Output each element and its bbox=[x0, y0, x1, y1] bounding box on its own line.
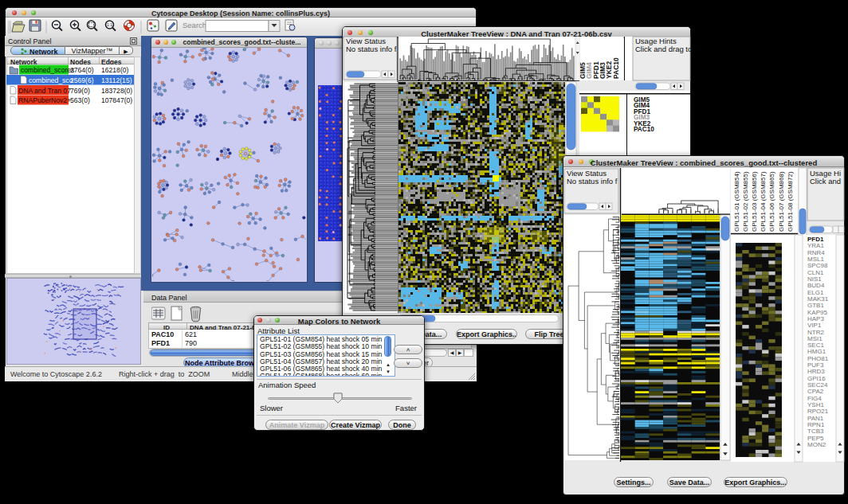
svg-text:Click and: Click and bbox=[810, 177, 841, 186]
svg-text:GPL51-04 (GSM857): GPL51-04 (GSM857) bbox=[760, 171, 767, 232]
svg-text:GPL51-08 (GSM872): GPL51-08 (GSM872) bbox=[787, 171, 794, 232]
svg-text:GPL51-07 (GSM868): GPL51-07 (GSM868) bbox=[778, 171, 785, 232]
svg-text:No status info f: No status info f bbox=[567, 177, 618, 186]
svg-text:GPL51-03 (GSM856): GPL51-03 (GSM856) bbox=[751, 171, 758, 232]
svg-text:MON2: MON2 bbox=[807, 441, 826, 448]
svg-text:GPL51-01 (GSM854): GPL51-01 (GSM854) bbox=[733, 171, 740, 232]
svg-text:GPL51-02 (GSM855): GPL51-02 (GSM855) bbox=[742, 171, 749, 232]
svg-text:GPL51-06 (GSM865): GPL51-06 (GSM865) bbox=[768, 171, 775, 232]
